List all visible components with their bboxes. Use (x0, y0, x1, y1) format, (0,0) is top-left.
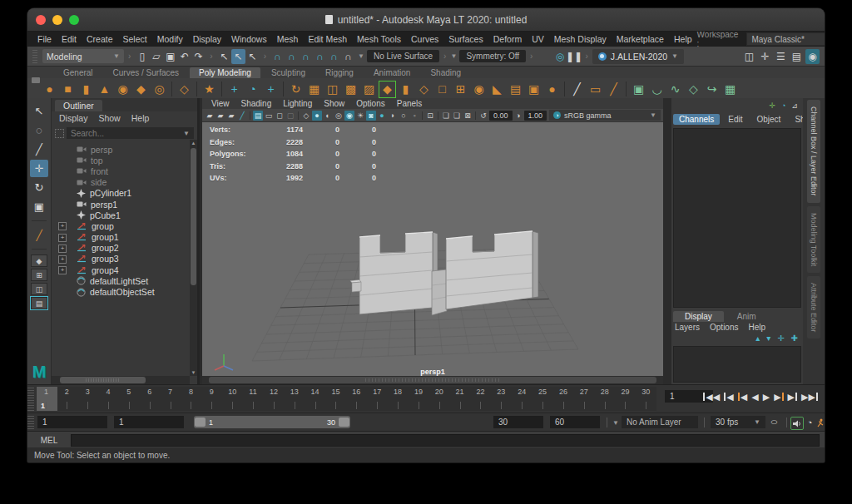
menu-display[interactable]: Display (188, 34, 226, 44)
outliner-menu-help[interactable]: Help (131, 113, 150, 125)
camera-icon[interactable]: ▰ (205, 111, 215, 121)
animation-speed-icon[interactable]: ◔ (804, 417, 815, 428)
speed-ramp-icon[interactable]: ◔ (781, 101, 785, 110)
shelf-tab-curves-surfaces[interactable]: Curves / Surfaces (104, 67, 188, 78)
create-layer-from-selected-icon[interactable]: ✚ (791, 334, 798, 343)
expand-icon[interactable]: + (58, 245, 67, 253)
time-slider-track[interactable]: 1 12345678910111213141516171819202122232… (36, 387, 656, 411)
viewport-menu-panels[interactable]: Panels (391, 99, 428, 108)
toolbar-grip[interactable] (32, 50, 37, 63)
menu-edit-mesh[interactable]: Edit Mesh (303, 34, 352, 44)
edit-curve-icon[interactable]: ▭ (587, 81, 604, 98)
wall-mesh-right[interactable] (446, 231, 532, 309)
poly-cube-icon[interactable]: ■ (59, 81, 77, 98)
frame-7[interactable]: 7 (160, 387, 181, 411)
outliner-item-group3[interactable]: +group3 (52, 254, 190, 264)
frame-23[interactable]: 23 (491, 387, 512, 411)
graph-icon[interactable]: ⊿ (791, 101, 798, 110)
snap-to-point-icon[interactable]: ∩ (299, 49, 313, 64)
wireframe-icon[interactable]: ◇ (301, 111, 311, 121)
pencil-curve-icon[interactable]: ╱ (605, 81, 622, 98)
camera-lock-icon[interactable]: ▰ (215, 111, 225, 121)
outliner-item-front[interactable]: front (52, 166, 190, 176)
layer-menu-options[interactable]: Options (710, 323, 738, 332)
viewport-panel[interactable]: ViewShadingLightingShowOptionsPanels ▰▰▰… (202, 98, 663, 384)
outliner-item-persp[interactable]: persp (52, 144, 190, 155)
move-layer-up-icon[interactable]: ▴ (755, 334, 760, 343)
camera-attributes-icon[interactable]: ▰ (226, 111, 236, 121)
circularize-icon[interactable]: ◉ (470, 81, 488, 98)
lasso-select-tool[interactable]: ◌ (30, 121, 48, 139)
outliner-item-group4[interactable]: +group4 (52, 264, 190, 275)
go-to-start-button[interactable]: ◀◀ (703, 392, 720, 403)
frame-5[interactable]: 5 (118, 387, 139, 411)
range-slider[interactable]: 1 30 (194, 416, 350, 428)
use-all-lights-icon[interactable]: ● (377, 111, 387, 121)
anim-layer-field[interactable]: No Anim Layer (622, 416, 698, 428)
add-divisions-icon[interactable]: ⊞ (452, 81, 469, 98)
shelf-tab-poly-modeling[interactable]: Poly Modeling (190, 67, 260, 78)
step-forward-key-button[interactable]: ▶ (774, 392, 783, 403)
range-slider-grip[interactable] (27, 416, 34, 429)
show-manipulators-icon[interactable]: ✛ (769, 101, 775, 110)
chevron-down-icon[interactable]: ▼ (612, 419, 619, 427)
lattice-icon[interactable]: ▣ (525, 81, 542, 98)
frame-15[interactable]: 15 (325, 387, 346, 411)
frame-17[interactable]: 17 (367, 387, 388, 411)
frame-25[interactable]: 25 (532, 387, 553, 411)
multi-cut-icon[interactable]: ◆ (379, 81, 396, 98)
shelf-menu-button[interactable] (32, 77, 40, 83)
outliner-tab[interactable]: Outliner (55, 100, 102, 111)
make-live-icon[interactable]: ∩ (341, 49, 355, 64)
layout-two-pane-button[interactable]: ◫ (31, 283, 47, 295)
create-empty-layer-icon[interactable]: ✛ (777, 334, 784, 343)
average-vertices-icon[interactable]: ▤ (507, 81, 524, 98)
poly-sphere-icon[interactable]: ● (41, 81, 58, 98)
menu-modify[interactable]: Modify (152, 34, 188, 44)
mirror-icon[interactable]: ↻ (287, 81, 305, 98)
move-layer-down-icon[interactable]: ▾ (766, 334, 770, 343)
toggle-character-controls-icon[interactable]: ✛ (758, 49, 772, 64)
layer-menu-help[interactable]: Help (748, 323, 765, 332)
frame-1[interactable]: 1 (36, 387, 57, 411)
range-end-handle[interactable] (339, 418, 349, 427)
smooth-icon[interactable]: ▩ (342, 81, 359, 98)
command-input[interactable] (71, 434, 820, 447)
filter-icon[interactable] (55, 129, 64, 138)
create-curve-icon[interactable]: ╱ (568, 81, 586, 98)
textured-icon[interactable]: ◙ (366, 111, 376, 121)
exposure-icon[interactable]: ↺ (478, 111, 488, 121)
wireframe-on-shaded-icon[interactable]: ◉ (344, 111, 354, 121)
menu-file[interactable]: File (32, 34, 57, 44)
viewport-menu-show[interactable]: Show (318, 99, 350, 108)
default-lighting-icon[interactable]: ☀ (355, 111, 365, 121)
expand-icon[interactable]: + (58, 222, 67, 230)
snap-to-view-plane-icon[interactable]: ∩ (327, 49, 341, 64)
frame-26[interactable]: 26 (552, 387, 573, 411)
viewport-menu-shading[interactable]: Shading (235, 99, 278, 108)
frame-16[interactable]: 16 (346, 387, 367, 411)
shelf-tab-animation[interactable]: Animation (364, 67, 419, 78)
menu-windows[interactable]: Windows (226, 34, 272, 44)
layer-menu-layers[interactable]: Layers (675, 323, 700, 332)
bookmark-icon[interactable]: ╱ (237, 111, 247, 121)
close-window-button[interactable] (36, 15, 46, 25)
outliner-item-persp1[interactable]: persp1 (52, 199, 190, 210)
layer-tab-anim[interactable]: Anim (726, 311, 768, 322)
live-surface-field[interactable]: No Live Surface (367, 50, 439, 62)
shelf-tab-rigging[interactable]: Rigging (316, 67, 363, 78)
outliner-item-defaultlightset[interactable]: defaultLightSet (52, 275, 190, 286)
frame-19[interactable]: 19 (408, 387, 428, 411)
shelf-tab-general[interactable]: General (54, 67, 102, 78)
gamma-field[interactable]: 1.00 (524, 111, 547, 121)
rotate-tool[interactable]: ↻ (30, 179, 48, 196)
toggle-attribute-editor-icon[interactable]: ▤ (790, 49, 804, 64)
bounding-box-icon[interactable]: ◐ (323, 111, 333, 121)
undo-icon[interactable]: ↶ (177, 49, 191, 64)
play-forwards-button[interactable]: ▶ (763, 392, 770, 403)
tab-channels[interactable]: Channels (673, 114, 720, 125)
title-bar[interactable]: untitled* - Autodesk Maya LT 2020: untit… (27, 8, 825, 32)
layout-single-pane-button[interactable]: ◆ (31, 254, 47, 267)
frame-22[interactable]: 22 (470, 387, 491, 411)
motion-blur-icon[interactable]: ▪ (409, 111, 419, 121)
